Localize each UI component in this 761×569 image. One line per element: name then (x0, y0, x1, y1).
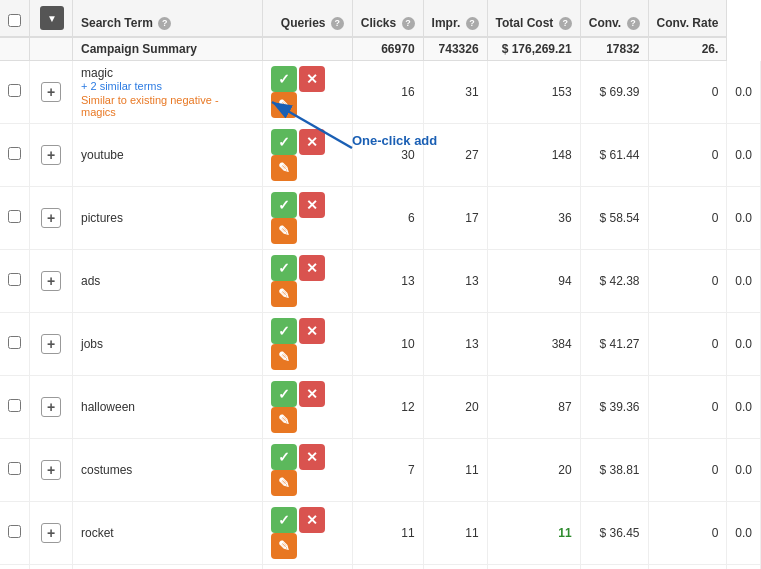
header-checkbox-col (0, 0, 30, 37)
row-checkbox-4[interactable] (8, 336, 21, 349)
edit-button-5[interactable]: ✎ (271, 407, 297, 433)
warning-text-0: Similar to existing negative - magics (81, 94, 254, 118)
edit-button-4[interactable]: ✎ (271, 344, 297, 370)
add-button-2[interactable]: ✓ (271, 192, 297, 218)
impr-value-6: 20 (487, 439, 580, 502)
conv-value-6: 0 (648, 439, 727, 502)
add-button-0[interactable]: ✓ (271, 66, 297, 92)
expand-button-0[interactable]: + (41, 82, 61, 102)
summary-impr: 743326 (439, 42, 479, 56)
expand-button-6[interactable]: + (41, 460, 61, 480)
conv-rate-value-8: 0.0 (727, 565, 761, 570)
row-checkbox-7[interactable] (8, 525, 21, 538)
header-conv: Conv. ? (580, 0, 648, 37)
row-checkbox-5[interactable] (8, 399, 21, 412)
table-row: +halloween✓✕✎122087$ 39.3600.0 (0, 376, 761, 439)
conv-rate-value-7: 0.0 (727, 502, 761, 565)
expand-cell-4: + (30, 313, 73, 376)
row-checkbox-6[interactable] (8, 462, 21, 475)
add-button-4[interactable]: ✓ (271, 318, 297, 344)
actions-cell-3: ✓✕✎ (262, 250, 352, 313)
add-button-3[interactable]: ✓ (271, 255, 297, 281)
select-all-checkbox[interactable] (8, 14, 21, 27)
row-checkbox-cell-4 (0, 313, 30, 376)
clicks-value-3: 13 (423, 250, 487, 313)
ignore-button-5[interactable]: ✕ (299, 381, 325, 407)
search-term-cell-8: cheap (73, 565, 263, 570)
expand-button-7[interactable]: + (41, 523, 61, 543)
search-term-value-5: halloween (81, 400, 135, 414)
edit-button-2[interactable]: ✎ (271, 218, 297, 244)
clicks-value-0: 31 (423, 61, 487, 124)
expand-cell-3: + (30, 250, 73, 313)
add-button-5[interactable]: ✓ (271, 381, 297, 407)
impr-value-4: 384 (487, 313, 580, 376)
expand-button-3[interactable]: + (41, 271, 61, 291)
expand-button-4[interactable]: + (41, 334, 61, 354)
row-checkbox-cell-0 (0, 61, 30, 124)
queries-value-6: 7 (352, 439, 423, 502)
add-button-6[interactable]: ✓ (271, 444, 297, 470)
edit-button-3[interactable]: ✎ (271, 281, 297, 307)
conv-value-0: 0 (648, 61, 727, 124)
ignore-button-4[interactable]: ✕ (299, 318, 325, 344)
search-term-value-2: pictures (81, 211, 123, 225)
ignore-button-1[interactable]: ✕ (299, 129, 325, 155)
add-button-1[interactable]: ✓ (271, 129, 297, 155)
ignore-button-3[interactable]: ✕ (299, 255, 325, 281)
clicks-value-5: 20 (423, 376, 487, 439)
edit-button-7[interactable]: ✎ (271, 533, 297, 559)
search-term-help-icon[interactable]: ? (158, 17, 171, 30)
cost-value-6: $ 38.81 (580, 439, 648, 502)
row-checkbox-0[interactable] (8, 84, 21, 97)
expand-button-2[interactable]: + (41, 208, 61, 228)
conv-rate-value-0: 0.0 (727, 61, 761, 124)
table-row: +youtube✓✕✎3027148$ 61.4400.0 (0, 124, 761, 187)
expand-button-5[interactable]: + (41, 397, 61, 417)
impr-value-0: 153 (487, 61, 580, 124)
conv-value-8: 0 (648, 565, 727, 570)
column-dropdown-toggle[interactable]: ▼ (40, 6, 64, 30)
main-container: One-click add ▼ Search Term ? Queries ? (0, 0, 761, 569)
conv-value-4: 0 (648, 313, 727, 376)
conv-rate-value-3: 0.0 (727, 250, 761, 313)
row-checkbox-2[interactable] (8, 210, 21, 223)
actions-cell-5: ✓✕✎ (262, 376, 352, 439)
conv-value-3: 0 (648, 250, 727, 313)
table-row: +cheap✓✕✎311229$ 36.4200.0 (0, 565, 761, 570)
edit-button-0[interactable]: ✎ (271, 92, 297, 118)
expand-button-1[interactable]: + (41, 145, 61, 165)
row-checkbox-3[interactable] (8, 273, 21, 286)
ignore-button-6[interactable]: ✕ (299, 444, 325, 470)
row-checkbox-1[interactable] (8, 147, 21, 160)
edit-button-6[interactable]: ✎ (271, 470, 297, 496)
table-row: +pictures✓✕✎61736$ 58.5400.0 (0, 187, 761, 250)
summary-conv: 17832 (606, 42, 639, 56)
edit-button-1[interactable]: ✎ (271, 155, 297, 181)
summary-rate-val: 26. (648, 37, 727, 61)
total-cost-help-icon[interactable]: ? (559, 17, 572, 30)
ignore-button-7[interactable]: ✕ (299, 507, 325, 533)
conv-rate-value-2: 0.0 (727, 187, 761, 250)
table-row: +jobs✓✕✎1013384$ 41.2700.0 (0, 313, 761, 376)
header-dropdown-col: ▼ (30, 0, 73, 37)
search-term-value-7: rocket (81, 526, 114, 540)
conv-value-2: 0 (648, 187, 727, 250)
conv-help-icon[interactable]: ? (627, 17, 640, 30)
similar-terms-0[interactable]: + 2 similar terms (81, 80, 254, 92)
impr-value-8: 229 (487, 565, 580, 570)
add-button-7[interactable]: ✓ (271, 507, 297, 533)
summary-conv-val: 17832 (580, 37, 648, 61)
search-term-cell-1: youtube (73, 124, 263, 187)
queries-help-icon[interactable]: ? (331, 17, 344, 30)
ignore-button-2[interactable]: ✕ (299, 192, 325, 218)
conv-value-5: 0 (648, 376, 727, 439)
campaign-summary-row: Campaign Summary 66970 743326 $ 176,269.… (0, 37, 761, 61)
clicks-help-icon[interactable]: ? (402, 17, 415, 30)
summary-rate: 26. (702, 42, 719, 56)
header-conv-rate: Conv. Rate (648, 0, 727, 37)
ignore-button-0[interactable]: ✕ (299, 66, 325, 92)
cost-value-5: $ 39.36 (580, 376, 648, 439)
queries-value-8: 3 (352, 565, 423, 570)
impr-help-icon[interactable]: ? (466, 17, 479, 30)
